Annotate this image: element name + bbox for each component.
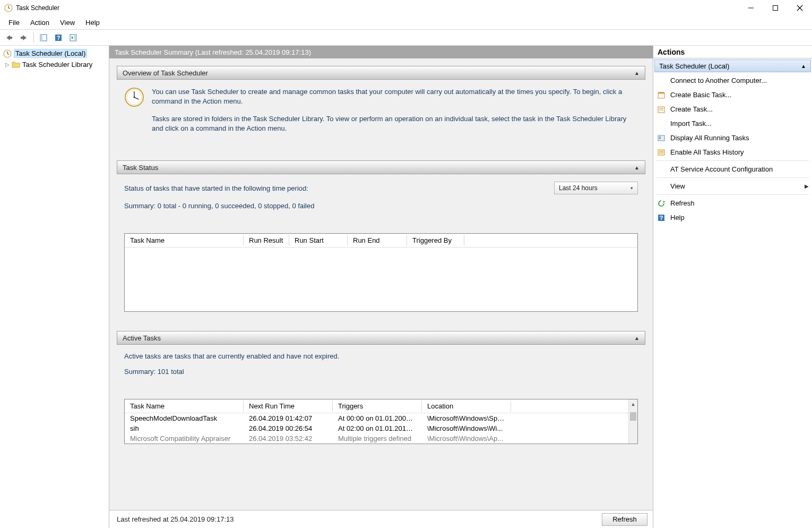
svg-marker-15 bbox=[72, 36, 73, 39]
table-row[interactable]: Microsoft Compatibility Appraiser 26.04.… bbox=[125, 433, 628, 444]
svg-rect-7 bbox=[9, 37, 12, 39]
action-enable-history[interactable]: Enable All Tasks History bbox=[653, 145, 812, 159]
overview-section: Overview of Task Scheduler ▲ You can use… bbox=[117, 66, 645, 150]
col-run-result[interactable]: Run Result bbox=[244, 234, 289, 247]
actions-group-header[interactable]: Task Scheduler (Local) ▲ bbox=[654, 59, 811, 72]
last-refreshed-text: Last refreshed at 25.04.2019 09:17:13 bbox=[117, 515, 234, 523]
dropdown-value: Last 24 hours bbox=[559, 184, 598, 192]
collapse-icon: ▲ bbox=[634, 335, 640, 341]
action-at-service[interactable]: AT Service Account Configuration bbox=[653, 162, 812, 176]
status-period-dropdown[interactable]: Last 24 hours ▾ bbox=[554, 182, 638, 194]
active-tasks-header[interactable]: Active Tasks ▲ bbox=[117, 331, 645, 345]
collapse-icon: ▲ bbox=[634, 165, 640, 171]
svg-marker-35 bbox=[663, 201, 665, 203]
blank-icon bbox=[656, 182, 666, 191]
tree-library[interactable]: ▷ Task Scheduler Library bbox=[0, 59, 109, 70]
overview-paragraph-2: Tasks are stored in folders in the Task … bbox=[152, 114, 638, 133]
status-table: Task Name Run Result Run Start Run End T… bbox=[124, 233, 638, 312]
status-period-label: Status of tasks that have started in the… bbox=[124, 184, 308, 192]
overview-paragraph-1: You can use Task Scheduler to create and… bbox=[152, 87, 638, 106]
center-panel: Task Scheduler Summary (Last refreshed: … bbox=[109, 46, 653, 528]
chevron-right-icon[interactable]: ▷ bbox=[5, 62, 12, 67]
action-import-task[interactable]: Import Task... bbox=[653, 116, 812, 131]
menu-view[interactable]: View bbox=[55, 17, 80, 28]
col-location[interactable]: Location bbox=[422, 399, 511, 413]
show-hide-console-tree-button[interactable] bbox=[37, 31, 50, 45]
svg-point-23 bbox=[134, 97, 135, 98]
menu-action[interactable]: Action bbox=[25, 17, 55, 28]
menu-file[interactable]: File bbox=[3, 17, 25, 28]
divider bbox=[656, 177, 809, 178]
summary-bar-text: Task Scheduler Summary (Last refreshed: … bbox=[115, 48, 311, 56]
help-toolbar-button[interactable]: ? bbox=[51, 31, 65, 45]
svg-rect-14 bbox=[74, 35, 76, 41]
col-next-run[interactable]: Next Run Time bbox=[244, 399, 333, 413]
back-button[interactable] bbox=[2, 31, 16, 45]
tree-root[interactable]: Task Scheduler (Local) bbox=[0, 48, 109, 59]
maximize-button[interactable] bbox=[763, 0, 788, 16]
scrollbar-thumb[interactable] bbox=[630, 412, 636, 421]
menu-help[interactable]: Help bbox=[80, 17, 105, 28]
refresh-icon bbox=[656, 199, 666, 208]
create-task-icon bbox=[656, 105, 666, 114]
divider bbox=[656, 160, 809, 161]
svg-rect-29 bbox=[658, 135, 664, 141]
show-hide-action-pane-button[interactable] bbox=[66, 31, 80, 45]
svg-rect-25 bbox=[658, 92, 664, 93]
chevron-down-icon: ▾ bbox=[630, 185, 633, 191]
col-triggers[interactable]: Triggers bbox=[333, 399, 422, 413]
tree-library-label: Task Scheduler Library bbox=[22, 61, 92, 69]
active-tasks-title: Active Tasks bbox=[123, 334, 161, 342]
col-task-name[interactable]: Task Name bbox=[125, 234, 244, 247]
summary-bar: Task Scheduler Summary (Last refreshed: … bbox=[109, 46, 653, 58]
table-row[interactable]: SpeechModelDownloadTask 26.04.2019 01:42… bbox=[125, 413, 628, 423]
history-icon bbox=[656, 148, 666, 157]
col-run-start[interactable]: Run Start bbox=[289, 234, 348, 247]
actions-panel: Actions Task Scheduler (Local) ▲ Connect… bbox=[653, 46, 812, 528]
collapse-icon: ▲ bbox=[801, 63, 806, 69]
task-status-header[interactable]: Task Status ▲ bbox=[117, 160, 645, 174]
col-run-end[interactable]: Run End bbox=[348, 234, 407, 247]
action-refresh[interactable]: Refresh bbox=[653, 196, 812, 210]
col-triggered-by[interactable]: Triggered By bbox=[407, 234, 464, 247]
svg-rect-32 bbox=[658, 150, 664, 155]
svg-rect-8 bbox=[21, 37, 24, 39]
workspace: Task Scheduler (Local) ▷ Task Scheduler … bbox=[0, 46, 812, 528]
chevron-right-icon: ▶ bbox=[805, 183, 809, 189]
blank-icon bbox=[656, 76, 666, 86]
action-help[interactable]: ? Help bbox=[653, 210, 812, 225]
action-create-task[interactable]: Create Task... bbox=[653, 102, 812, 116]
action-connect[interactable]: Connect to Another Computer... bbox=[653, 73, 812, 88]
blank-icon bbox=[656, 165, 666, 174]
svg-text:?: ? bbox=[57, 35, 61, 41]
active-tasks-section: Active Tasks ▲ Active tasks are tasks th… bbox=[117, 331, 645, 453]
actions-header: Actions bbox=[653, 46, 812, 58]
action-create-basic-task[interactable]: Create Basic Task... bbox=[653, 88, 812, 102]
title-bar: Task Scheduler bbox=[0, 0, 812, 16]
tree-root-label: Task Scheduler (Local) bbox=[14, 49, 87, 58]
help-icon: ? bbox=[656, 213, 666, 223]
overview-title: Overview of Task Scheduler bbox=[123, 69, 208, 77]
svg-rect-24 bbox=[658, 93, 664, 98]
action-view[interactable]: View ▶ bbox=[653, 179, 812, 193]
table-scrollbar[interactable]: ▲ bbox=[628, 399, 637, 444]
collapse-icon: ▲ bbox=[634, 70, 640, 76]
window-title: Task Scheduler bbox=[16, 4, 739, 12]
actions-group-label: Task Scheduler (Local) bbox=[659, 62, 729, 70]
table-row[interactable]: sih 26.04.2019 00:26:54 At 02:00 on 01.0… bbox=[125, 423, 628, 433]
scroll-up-icon[interactable]: ▲ bbox=[629, 399, 637, 408]
svg-text:?: ? bbox=[660, 215, 663, 221]
content-scroll-area[interactable]: Overview of Task Scheduler ▲ You can use… bbox=[109, 58, 653, 510]
forward-button[interactable] bbox=[17, 31, 31, 45]
active-summary: Summary: 101 total bbox=[124, 368, 638, 376]
status-summary: Summary: 0 total - 0 running, 0 succeede… bbox=[124, 202, 638, 210]
tree-panel: Task Scheduler (Local) ▷ Task Scheduler … bbox=[0, 46, 109, 528]
app-icon bbox=[4, 4, 13, 12]
minimize-button[interactable] bbox=[739, 0, 763, 16]
action-display-running[interactable]: Display All Running Tasks bbox=[653, 131, 812, 145]
close-button[interactable] bbox=[788, 0, 812, 16]
overview-header[interactable]: Overview of Task Scheduler ▲ bbox=[117, 66, 645, 80]
col-task-name[interactable]: Task Name bbox=[125, 399, 244, 413]
refresh-button[interactable]: Refresh bbox=[602, 513, 647, 526]
footer-bar: Last refreshed at 25.04.2019 09:17:13 Re… bbox=[109, 510, 653, 528]
